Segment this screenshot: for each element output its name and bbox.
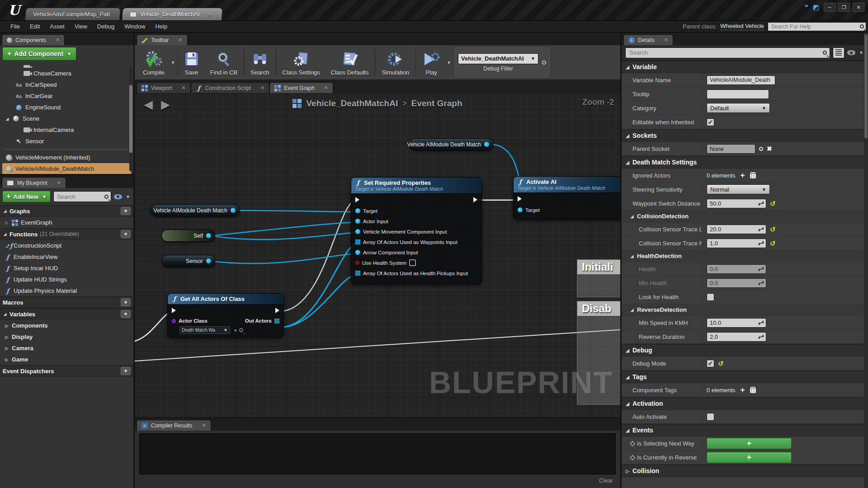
help-search-input[interactable] (771, 23, 860, 30)
var-group-components[interactable]: ▷Components (0, 320, 133, 331)
look-for-health-checkbox[interactable] (707, 293, 714, 301)
add-macro-button[interactable]: + (121, 298, 131, 306)
expander-icon[interactable]: ◢ (5, 117, 9, 121)
close-icon[interactable]: ✕ (207, 11, 212, 18)
menu-edit[interactable]: Edit (25, 23, 45, 30)
object-pin[interactable] (231, 208, 236, 213)
array-pin[interactable] (274, 319, 279, 324)
add-element-icon[interactable]: ＋ (739, 385, 746, 395)
tooltip-input[interactable] (707, 89, 769, 99)
section-activation[interactable]: ◢Activation (622, 398, 868, 410)
object-pin[interactable] (518, 207, 523, 212)
details-search-input[interactable] (629, 49, 823, 56)
section-event-dispatchers[interactable]: Event Dispatchers + (0, 365, 133, 377)
tab-construction-script[interactable]: ƒ Construction Script ✕ (191, 82, 270, 93)
menu-help[interactable]: Help (150, 23, 172, 30)
minimize-button[interactable]: ─ (824, 3, 835, 12)
close-button[interactable]: ✕ (853, 3, 864, 12)
browse-back-icon[interactable]: ◄ (233, 328, 237, 333)
object-pin[interactable] (355, 229, 360, 234)
drag-handle-icon[interactable] (759, 241, 764, 246)
tab-components[interactable]: Components ✕ (2, 34, 65, 45)
reset-to-default-icon[interactable]: ↺ (770, 200, 776, 207)
tree-row-vehicleaimodule[interactable]: VehicleAIModule_DeathMatch (2, 163, 131, 174)
section-sockets[interactable]: ◢Sockets (622, 130, 868, 142)
node-getter-sensor[interactable]: Sensor (161, 255, 215, 267)
expander-icon[interactable]: ▷ (5, 324, 9, 328)
section-collision[interactable]: ▷Collision (622, 465, 868, 477)
close-icon[interactable]: ✕ (178, 37, 182, 43)
save-button[interactable]: Save (179, 46, 205, 79)
exec-in-pin[interactable] (355, 197, 359, 202)
waypoint-distance-input[interactable]: 50.0 (707, 199, 766, 208)
expander-icon[interactable]: ▷ (5, 346, 9, 351)
menu-file[interactable]: File (5, 23, 25, 30)
doc-tab-map[interactable]: VehicleAdvExampleMap_Patl (25, 8, 121, 20)
section-events[interactable]: ◢Events (622, 424, 868, 436)
debug-mode-checkbox[interactable]: ✔ (707, 360, 714, 367)
exec-out-pin[interactable] (473, 197, 477, 202)
reset-to-default-icon[interactable]: ↺ (770, 226, 776, 233)
chevron-down-icon[interactable]: ▼ (126, 194, 130, 199)
reset-to-default-icon[interactable]: ↺ (770, 240, 776, 247)
close-icon[interactable]: ✕ (181, 85, 185, 91)
node-getter-vehicle-aimodule-top[interactable]: Vehicle AIModule Death Match (409, 138, 493, 150)
drag-handle-icon[interactable] (759, 334, 764, 339)
tab-toolbar[interactable]: Toolbar ✕ (137, 34, 188, 45)
object-pin[interactable] (355, 208, 360, 213)
add-component-button[interactable]: + Add Component ▼ (2, 47, 76, 61)
array-pin[interactable] (355, 239, 360, 244)
drag-handle-icon[interactable] (759, 320, 764, 325)
add-variable-button[interactable]: + (121, 310, 131, 318)
section-variables[interactable]: ◢ Variables + (0, 308, 133, 320)
actor-class-dropdown[interactable]: Death Match Wa▼ (179, 326, 230, 334)
tree-row-internalcamera[interactable]: InternalCamera (2, 124, 131, 136)
doc-tab-blueprint[interactable]: Vehicle_DeathMatchAI ✕ (122, 8, 223, 20)
play-button[interactable]: Play (417, 46, 446, 79)
graph-forward-button[interactable]: ▶ (161, 98, 170, 112)
variable-name-input[interactable] (707, 75, 775, 85)
object-pin[interactable] (206, 258, 211, 263)
section-functions[interactable]: ◢ Functions (21 Overridable) + (0, 228, 133, 240)
health-input[interactable]: 0.0 (707, 264, 766, 274)
tab-details[interactable]: i Details ✕ (623, 34, 673, 45)
drag-handle-icon[interactable] (759, 201, 764, 206)
reset-to-default-icon[interactable]: ↺ (718, 360, 724, 367)
close-icon[interactable]: ✕ (260, 85, 264, 91)
item-setup-incar-hud[interactable]: ƒSetup Incar HUD (0, 263, 133, 274)
tab-compiler-results[interactable]: ≡ Compiler Results ✕ (137, 420, 211, 431)
menu-debug[interactable]: Debug (92, 23, 119, 30)
item-update-hud-strings[interactable]: ƒUpdate HUD Strings (0, 274, 133, 285)
tab-my-blueprint[interactable]: My Blueprint ✕ (2, 177, 66, 188)
trash-icon[interactable] (750, 172, 756, 178)
tree-row-incarspeed[interactable]: AaInCarSpeed (2, 79, 131, 90)
add-function-button[interactable]: + (121, 230, 131, 238)
class-settings-button[interactable]: Class Settings (277, 46, 326, 79)
comment-box-disable[interactable]: Disab (577, 301, 620, 405)
class-pin[interactable] (172, 319, 176, 323)
trash-icon[interactable] (750, 387, 756, 393)
maximize-button[interactable]: ❐ (838, 3, 850, 12)
bool-pin[interactable] (355, 261, 359, 265)
clear-socket-icon[interactable]: ✖ (767, 145, 772, 152)
add-element-icon[interactable]: ＋ (739, 171, 746, 180)
object-pin[interactable] (206, 233, 211, 238)
item-enableincarview[interactable]: ƒEnableIncarView (0, 251, 133, 263)
section-debug[interactable]: ◢Debug (622, 344, 868, 357)
find-in-cb-button[interactable]: Find in CB (205, 46, 243, 79)
node-getter-vehicle-aimodule-left[interactable]: Vehicle AIModule Death Match (151, 204, 240, 216)
menu-window[interactable]: Window (119, 23, 150, 30)
add-new-button[interactable]: + Add New ▼ (2, 191, 51, 202)
add-event-button[interactable]: ＋ (707, 452, 792, 463)
tree-row-vehiclemovement[interactable]: VehicleMovement (Inherited) (2, 152, 131, 163)
subsection-reverse-detection[interactable]: ◢ReverseDetection (622, 304, 868, 316)
class-defaults-button[interactable]: Class Defaults (326, 46, 374, 79)
menu-view[interactable]: View (70, 23, 92, 30)
node-activate-ai[interactable]: ƒActivate AI Target is Vehicle AIModule … (513, 176, 620, 220)
subsection-health-detection[interactable]: ◢HealthDetection (622, 250, 868, 262)
category-dropdown[interactable]: Default▼ (707, 103, 770, 113)
section-graphs[interactable]: ◢ Graphs + (0, 205, 133, 217)
use-health-checkbox[interactable] (409, 259, 416, 266)
var-group-game[interactable]: ▷Game (0, 354, 133, 365)
parent-socket-value[interactable]: None (707, 144, 755, 154)
